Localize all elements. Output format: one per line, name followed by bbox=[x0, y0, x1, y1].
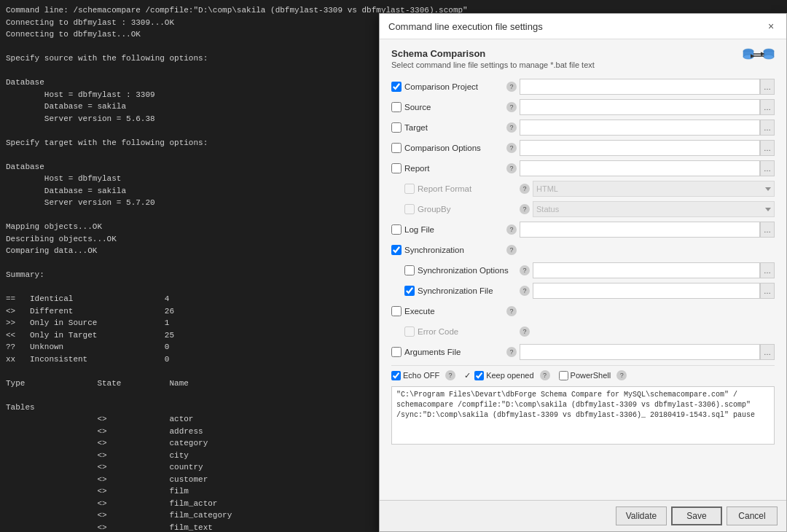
powershell-label[interactable]: PowerShell bbox=[559, 371, 611, 380]
target-input[interactable] bbox=[520, 120, 760, 136]
keep-opened-checkbox[interactable] bbox=[474, 371, 484, 380]
source-label: Source bbox=[404, 103, 506, 112]
echo-off-checkbox[interactable] bbox=[391, 371, 401, 380]
source-browse-btn[interactable]: … bbox=[760, 99, 775, 115]
report-row: Report ? … bbox=[391, 160, 775, 177]
dialog-titlebar: Command line execution file settings × bbox=[380, 14, 786, 39]
synchronization-help-icon[interactable]: ? bbox=[506, 245, 517, 255]
error-code-checkbox[interactable] bbox=[404, 326, 415, 337]
sync-options-input[interactable] bbox=[533, 262, 760, 278]
comparison-project-input[interactable]: D:\comp\sakila (dbfmylast-3309 vs dbfmyl… bbox=[520, 79, 760, 95]
comparison-options-browse-btn[interactable]: … bbox=[760, 140, 775, 156]
keep-opened-text: Keep opened bbox=[486, 371, 533, 380]
report-format-select[interactable]: HTML bbox=[533, 181, 775, 197]
source-checkbox[interactable] bbox=[391, 102, 402, 112]
section-header: Schema Comparison bbox=[391, 48, 775, 59]
sync-options-row: Synchronization Options ? … bbox=[404, 262, 775, 279]
sync-options-checkbox[interactable] bbox=[404, 265, 415, 275]
report-format-checkbox[interactable] bbox=[404, 184, 415, 194]
comparison-options-help-icon[interactable]: ? bbox=[506, 143, 517, 153]
groupby-select[interactable]: Status bbox=[533, 201, 775, 217]
svg-point-5 bbox=[764, 55, 774, 59]
report-browse-btn[interactable]: … bbox=[760, 160, 775, 176]
keep-opened-help-icon[interactable]: ? bbox=[540, 370, 550, 380]
echo-off-text: Echo OFF bbox=[403, 371, 439, 380]
execute-row: Execute ? bbox=[391, 302, 775, 320]
groupby-label: GroupBy bbox=[418, 205, 520, 214]
report-input[interactable] bbox=[520, 160, 760, 176]
keep-opened-label[interactable]: ✓ Keep opened bbox=[464, 371, 533, 380]
comparison-project-checkbox[interactable] bbox=[391, 82, 402, 92]
sync-file-input[interactable]: D:\comp\sakila (dbfmylast-3309 vs dbfmyl… bbox=[533, 283, 760, 299]
comparison-project-help-icon[interactable]: ? bbox=[506, 82, 517, 92]
close-button[interactable]: × bbox=[764, 20, 778, 33]
report-checkbox[interactable] bbox=[391, 163, 402, 173]
error-code-label: Error Code bbox=[418, 327, 520, 336]
synchronization-checkbox[interactable] bbox=[391, 245, 402, 255]
execute-help-icon[interactable]: ? bbox=[506, 306, 517, 316]
target-checkbox[interactable] bbox=[391, 122, 402, 133]
log-file-checkbox[interactable] bbox=[391, 224, 402, 235]
synchronization-row: Synchronization ? bbox=[391, 241, 775, 259]
sync-file-browse-btn[interactable]: … bbox=[760, 283, 775, 299]
sync-file-checkbox[interactable] bbox=[404, 286, 415, 296]
arguments-file-help-icon[interactable]: ? bbox=[506, 347, 517, 357]
arguments-file-checkbox[interactable] bbox=[391, 347, 402, 357]
source-row: Source ? … bbox=[391, 98, 775, 116]
log-file-help-icon[interactable]: ? bbox=[506, 224, 517, 235]
dialog-overlay: Command line execution file settings × bbox=[0, 0, 787, 532]
error-code-help-icon[interactable]: ? bbox=[520, 326, 530, 337]
powershell-text: PowerShell bbox=[571, 371, 611, 380]
options-row: Echo OFF ? ✓ Keep opened ? PowerShell ? bbox=[391, 370, 775, 380]
report-format-help-icon[interactable]: ? bbox=[520, 184, 530, 194]
comparison-project-row: Comparison Project ? D:\comp\sakila (dbf… bbox=[391, 78, 775, 95]
report-help-icon[interactable]: ? bbox=[506, 163, 517, 173]
arguments-file-input[interactable] bbox=[520, 344, 760, 360]
command-preview: "C:\Program Files\Devart\dbForge Schema … bbox=[391, 386, 775, 445]
comparison-project-browse-btn[interactable]: … bbox=[760, 79, 775, 95]
sync-options-help-icon[interactable]: ? bbox=[520, 265, 530, 275]
save-button[interactable]: Save bbox=[671, 506, 722, 525]
error-code-row: Error Code ? bbox=[404, 323, 775, 340]
dialog-footer: Validate Save Cancel bbox=[380, 500, 786, 531]
log-file-input[interactable] bbox=[520, 222, 760, 238]
sync-options-label: Synchronization Options bbox=[418, 266, 520, 275]
comparison-options-checkbox[interactable] bbox=[391, 143, 402, 153]
target-row: Target ? … bbox=[391, 119, 775, 136]
log-file-browse-btn[interactable]: … bbox=[760, 222, 775, 238]
source-help-icon[interactable]: ? bbox=[506, 102, 517, 112]
separator-1 bbox=[391, 365, 775, 366]
sync-file-row: Synchronization File ? D:\comp\sakila (d… bbox=[404, 282, 775, 300]
execute-checkbox[interactable] bbox=[391, 306, 402, 316]
cancel-button[interactable]: Cancel bbox=[727, 506, 778, 525]
echo-off-help-icon[interactable]: ? bbox=[445, 370, 455, 380]
execute-label: Execute bbox=[404, 307, 506, 316]
powershell-help-icon[interactable]: ? bbox=[616, 370, 627, 380]
section-sub: Select command line file settings to man… bbox=[391, 60, 775, 69]
target-label: Target bbox=[404, 123, 506, 132]
synchronization-label: Synchronization bbox=[404, 246, 506, 254]
arguments-file-browse-btn[interactable]: … bbox=[760, 344, 775, 360]
dialog-body: Schema Comparison Select command line fi… bbox=[380, 39, 786, 500]
target-browse-btn[interactable]: … bbox=[760, 120, 775, 136]
svg-point-2 bbox=[743, 55, 753, 59]
report-format-label: Report Format bbox=[418, 184, 520, 193]
echo-off-label[interactable]: Echo OFF bbox=[391, 371, 439, 380]
comparison-options-label: Comparison Options bbox=[404, 144, 506, 152]
validate-button[interactable]: Validate bbox=[616, 506, 667, 525]
groupby-checkbox[interactable] bbox=[404, 204, 415, 214]
log-file-label: Log File bbox=[404, 225, 506, 234]
groupby-help-icon[interactable]: ? bbox=[520, 204, 530, 214]
sync-file-label: Synchronization File bbox=[418, 286, 520, 295]
dialog-title: Command line execution file settings bbox=[388, 21, 543, 32]
groupby-row: GroupBy ? Status bbox=[404, 200, 775, 218]
target-help-icon[interactable]: ? bbox=[506, 122, 517, 133]
source-input[interactable] bbox=[520, 99, 760, 115]
report-label: Report bbox=[404, 164, 506, 173]
report-format-row: Report Format ? HTML bbox=[404, 180, 775, 197]
comparison-options-input[interactable] bbox=[520, 140, 760, 156]
powershell-checkbox[interactable] bbox=[559, 371, 568, 380]
sync-options-browse-btn[interactable]: … bbox=[760, 262, 775, 278]
sync-file-help-icon[interactable]: ? bbox=[520, 286, 530, 296]
schema-icon bbox=[743, 45, 775, 74]
